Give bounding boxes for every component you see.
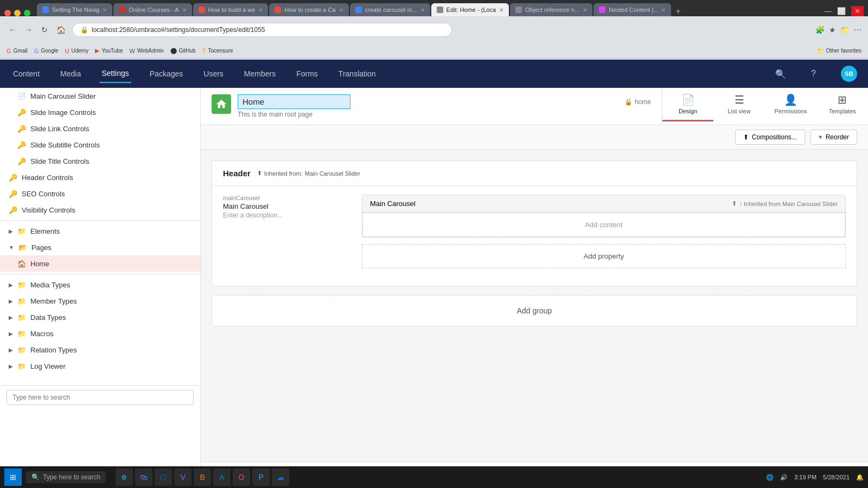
tab-8[interactable]: Nested Content |... ✕ bbox=[593, 3, 672, 16]
sidebar-item-slide-image-controls[interactable]: 🔑 Slide Image Controls bbox=[0, 104, 200, 120]
taskbar-office[interactable]: O bbox=[233, 468, 250, 486]
notification-icon[interactable]: 🔔 bbox=[856, 474, 864, 481]
log-viewer-expand-icon[interactable]: ▶ bbox=[9, 363, 13, 369]
sidebar-item-media-types[interactable]: ▶ 📁 Media Types bbox=[0, 277, 200, 293]
macros-expand-icon[interactable]: ▶ bbox=[9, 331, 13, 337]
media-types-expand-icon[interactable]: ▶ bbox=[9, 282, 13, 288]
sidebar-item-slide-title-controls[interactable]: 🔑 Slide Title Controls bbox=[0, 153, 200, 169]
member-types-expand-icon[interactable]: ▶ bbox=[9, 298, 13, 304]
forward-button[interactable]: → bbox=[23, 23, 35, 36]
sidebar-item-header-controls[interactable]: 🔑 Header Controls bbox=[0, 169, 200, 185]
sidebar-item-elements[interactable]: ▶ 📁 Elements bbox=[0, 223, 200, 239]
sidebar-search-input[interactable] bbox=[7, 390, 194, 405]
other-favorites[interactable]: 📁 Other favorites bbox=[817, 48, 861, 54]
elements-expand-icon[interactable]: ▶ bbox=[9, 228, 13, 234]
taskbar-vscode[interactable]: ⬡ bbox=[155, 468, 172, 486]
taskbar-blender[interactable]: B bbox=[194, 468, 211, 486]
nav-settings[interactable]: Settings bbox=[99, 65, 131, 83]
tab-5-close[interactable]: ✕ bbox=[420, 7, 425, 13]
home-nav-button[interactable]: 🏠 bbox=[54, 23, 68, 36]
tab-6-close[interactable]: ✕ bbox=[499, 7, 503, 13]
tab-7-close[interactable]: ✕ bbox=[583, 7, 587, 13]
help-icon[interactable]: ? bbox=[811, 69, 816, 79]
doc-name-input[interactable] bbox=[238, 94, 350, 109]
window-close[interactable] bbox=[24, 10, 30, 16]
taskbar-ps[interactable]: P bbox=[252, 468, 270, 486]
collections-icon[interactable]: 📁 bbox=[840, 25, 850, 34]
sidebar-item-pages[interactable]: ▼ 📂 Pages bbox=[0, 239, 200, 255]
sidebar-item-macros[interactable]: ▶ 📁 Macros bbox=[0, 325, 200, 342]
bookmark-google[interactable]: G Google bbox=[34, 48, 59, 54]
tab-3-close[interactable]: ✕ bbox=[258, 7, 263, 13]
tab-4[interactable]: How to create a Ca ✕ bbox=[269, 3, 348, 16]
nav-content[interactable]: Content bbox=[11, 65, 42, 82]
sidebar-item-slide-subtitle-controls[interactable]: 🔑 Slide Subtitle Controls bbox=[0, 137, 200, 153]
tab-design[interactable]: 📄 Design bbox=[662, 88, 713, 121]
bookmark-udemy[interactable]: U Udemy bbox=[65, 48, 89, 54]
sidebar-item-log-viewer[interactable]: ▶ 📁 Log Viewer bbox=[0, 358, 200, 374]
reorder-button[interactable]: + Reorder bbox=[810, 130, 857, 145]
window-minimize-btn[interactable]: — bbox=[825, 7, 832, 15]
window-restore-btn[interactable]: ⬜ bbox=[837, 7, 846, 15]
taskbar-vs[interactable]: V bbox=[174, 468, 192, 486]
add-property-button[interactable]: Add property bbox=[362, 244, 846, 268]
user-avatar[interactable]: SB bbox=[841, 66, 857, 82]
sidebar-item-main-carousel-slider[interactable]: 📄 Main Carousel Slider bbox=[0, 88, 200, 104]
sidebar-item-relation-types[interactable]: ▶ 📁 Relation Types bbox=[0, 342, 200, 358]
nav-forms[interactable]: Forms bbox=[294, 65, 320, 82]
bookmark-gmail[interactable]: G Gmail bbox=[7, 48, 28, 54]
nav-members[interactable]: Members bbox=[242, 65, 278, 82]
nav-media[interactable]: Media bbox=[58, 65, 83, 82]
settings-menu-icon[interactable]: ⋯ bbox=[854, 25, 861, 34]
sidebar-item-data-types[interactable]: ▶ 📁 Data Types bbox=[0, 309, 200, 325]
taskbar-cloud[interactable]: ☁ bbox=[272, 468, 289, 486]
bookmark-tocensure[interactable]: T Tocensure bbox=[202, 48, 233, 54]
bookmark-webadmin[interactable]: W WebAdmin bbox=[129, 48, 163, 54]
taskbar-edge[interactable]: e bbox=[116, 468, 133, 486]
relation-types-expand-icon[interactable]: ▶ bbox=[9, 347, 13, 353]
tab-1-close[interactable]: ✕ bbox=[103, 7, 107, 13]
tab-permissions[interactable]: 👤 Permissions bbox=[765, 88, 817, 121]
add-group-button[interactable]: Add group bbox=[212, 295, 857, 326]
window-maximize[interactable] bbox=[14, 10, 21, 16]
new-tab-button[interactable]: + bbox=[672, 7, 684, 16]
sidebar-item-member-types[interactable]: ▶ 📁 Member Types bbox=[0, 293, 200, 309]
data-types-expand-icon[interactable]: ▶ bbox=[9, 314, 13, 320]
address-bar[interactable]: 🔒 localhost:2580/umbraco#/settings/docum… bbox=[72, 23, 452, 37]
tab-2[interactable]: Online Courses - A ✕ bbox=[113, 3, 192, 16]
search-icon[interactable]: 🔍 bbox=[775, 69, 786, 79]
back-button[interactable]: ← bbox=[7, 23, 18, 36]
favorites-icon[interactable]: ★ bbox=[829, 25, 836, 34]
tab-list-view[interactable]: ☰ List view bbox=[713, 88, 764, 121]
store-icon: 🛍 bbox=[140, 473, 148, 481]
tab-4-close[interactable]: ✕ bbox=[339, 7, 343, 13]
taskbar-store[interactable]: 🛍 bbox=[135, 468, 152, 486]
extensions-icon[interactable]: 🧩 bbox=[815, 25, 825, 34]
tab-3[interactable]: How to build a we ✕ bbox=[193, 3, 269, 16]
bookmark-youtube[interactable]: ▶ YouTube bbox=[95, 47, 123, 54]
nav-translation[interactable]: Translation bbox=[336, 65, 378, 82]
window-close-btn[interactable]: ✕ bbox=[851, 6, 864, 16]
nav-users[interactable]: Users bbox=[201, 65, 226, 82]
start-button[interactable]: ⊞ bbox=[4, 468, 22, 486]
tab-8-close[interactable]: ✕ bbox=[661, 7, 666, 13]
refresh-button[interactable]: ↻ bbox=[39, 23, 50, 36]
tab-1[interactable]: Setting The Navig ✕ bbox=[37, 3, 112, 16]
pages-expand-icon[interactable]: ▼ bbox=[9, 245, 14, 251]
sidebar-item-slide-link-controls[interactable]: 🔑 Slide Link Controls bbox=[0, 120, 200, 137]
tab-6[interactable]: Edit: Home - (Loca ✕ bbox=[431, 3, 509, 16]
tab-2-close[interactable]: ✕ bbox=[182, 7, 187, 13]
bookmark-github[interactable]: ⬤ GitHub bbox=[170, 47, 196, 54]
sidebar-item-seo-controls[interactable]: 🔑 SEO Controls bbox=[0, 185, 200, 202]
nav-packages[interactable]: Packages bbox=[148, 65, 185, 82]
sidebar-item-home[interactable]: 🏠 Home bbox=[0, 255, 200, 272]
window-minimize[interactable] bbox=[4, 10, 11, 16]
add-content-button[interactable]: Add content bbox=[362, 213, 845, 237]
compositions-button[interactable]: ⬆ Compositions... bbox=[735, 130, 805, 145]
taskbar-azuredatastudio[interactable]: A bbox=[213, 468, 231, 486]
taskbar-search[interactable]: 🔍 Type here to search bbox=[26, 471, 106, 483]
sidebar-item-visibility-controls[interactable]: 🔑 Visibility Controls bbox=[0, 202, 200, 218]
tab-5[interactable]: create carousel in... ✕ bbox=[350, 3, 430, 16]
tab-templates[interactable]: ⊞ Templates bbox=[817, 88, 868, 121]
tab-7[interactable]: Object reference n... ✕ bbox=[510, 3, 592, 16]
